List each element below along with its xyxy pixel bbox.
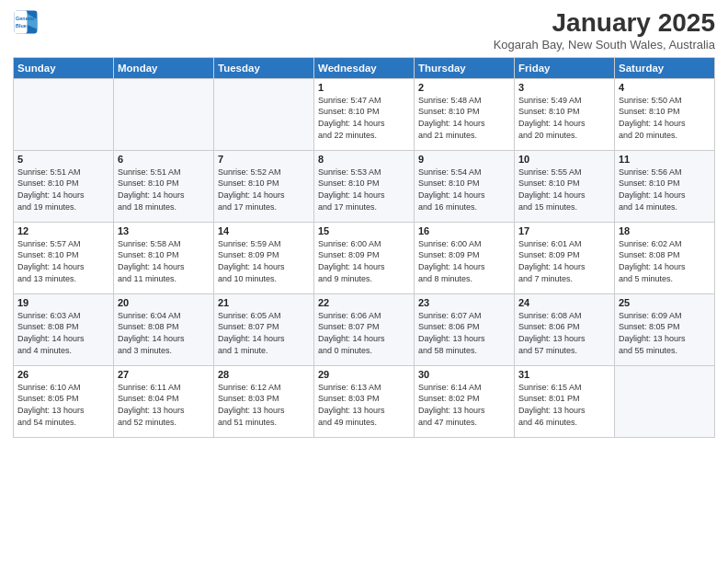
day-info: Sunrise: 6:02 AM Sunset: 8:08 PM Dayligh… [619,238,711,284]
day-info: Sunrise: 6:04 AM Sunset: 8:08 PM Dayligh… [118,310,210,356]
col-saturday: Saturday [615,57,715,78]
day-info: Sunrise: 5:51 AM Sunset: 8:10 PM Dayligh… [118,167,210,213]
day-cell-2-0: 12Sunrise: 5:57 AM Sunset: 8:10 PM Dayli… [14,222,114,293]
day-info: Sunrise: 5:49 AM Sunset: 8:10 PM Dayligh… [518,95,610,141]
day-info: Sunrise: 6:06 AM Sunset: 8:07 PM Dayligh… [318,310,410,356]
day-info: Sunrise: 5:52 AM Sunset: 8:10 PM Dayligh… [218,167,310,213]
day-info: Sunrise: 5:53 AM Sunset: 8:10 PM Dayligh… [318,167,410,213]
day-number: 4 [619,82,711,93]
day-cell-3-6: 25Sunrise: 6:09 AM Sunset: 8:05 PM Dayli… [615,293,715,365]
day-cell-4-0: 26Sunrise: 6:10 AM Sunset: 8:05 PM Dayli… [14,365,114,437]
col-monday: Monday [114,57,214,78]
day-number: 18 [619,225,711,236]
col-friday: Friday [515,57,615,78]
day-info: Sunrise: 6:10 AM Sunset: 8:05 PM Dayligh… [17,382,109,428]
day-cell-3-4: 23Sunrise: 6:07 AM Sunset: 8:06 PM Dayli… [415,293,515,365]
day-info: Sunrise: 5:51 AM Sunset: 8:10 PM Dayligh… [17,167,109,213]
col-sunday: Sunday [14,57,114,78]
day-cell-1-0: 5Sunrise: 5:51 AM Sunset: 8:10 PM Daylig… [14,150,114,222]
day-info: Sunrise: 6:00 AM Sunset: 8:09 PM Dayligh… [318,238,410,284]
day-cell-3-0: 19Sunrise: 6:03 AM Sunset: 8:08 PM Dayli… [14,293,114,365]
day-info: Sunrise: 6:09 AM Sunset: 8:05 PM Dayligh… [619,310,711,356]
day-number: 19 [17,297,109,308]
day-cell-3-1: 20Sunrise: 6:04 AM Sunset: 8:08 PM Dayli… [114,293,214,365]
day-cell-1-6: 11Sunrise: 5:56 AM Sunset: 8:10 PM Dayli… [615,150,715,222]
day-info: Sunrise: 5:58 AM Sunset: 8:10 PM Dayligh… [118,238,210,284]
day-cell-3-2: 21Sunrise: 6:05 AM Sunset: 8:07 PM Dayli… [214,293,314,365]
day-number: 30 [418,369,510,380]
day-number: 6 [118,154,210,165]
day-cell-4-4: 30Sunrise: 6:14 AM Sunset: 8:02 PM Dayli… [415,365,515,437]
day-cell-0-5: 3Sunrise: 5:49 AM Sunset: 8:10 PM Daylig… [515,78,615,150]
day-cell-0-0 [14,78,114,150]
day-info: Sunrise: 6:03 AM Sunset: 8:08 PM Dayligh… [17,310,109,356]
day-cell-4-1: 27Sunrise: 6:11 AM Sunset: 8:04 PM Dayli… [114,365,214,437]
day-info: Sunrise: 6:08 AM Sunset: 8:06 PM Dayligh… [518,310,610,356]
day-info: Sunrise: 6:05 AM Sunset: 8:07 PM Dayligh… [218,310,310,356]
day-info: Sunrise: 5:54 AM Sunset: 8:10 PM Dayligh… [418,167,510,213]
day-info: Sunrise: 6:14 AM Sunset: 8:02 PM Dayligh… [418,382,510,428]
day-info: Sunrise: 5:55 AM Sunset: 8:10 PM Dayligh… [518,167,610,213]
week-row-3: 12Sunrise: 5:57 AM Sunset: 8:10 PM Dayli… [14,222,715,293]
day-info: Sunrise: 6:07 AM Sunset: 8:06 PM Dayligh… [418,310,510,356]
day-number: 29 [318,369,410,380]
day-number: 22 [318,297,410,308]
day-number: 10 [518,154,610,165]
day-info: Sunrise: 6:15 AM Sunset: 8:01 PM Dayligh… [518,382,610,428]
day-cell-2-1: 13Sunrise: 5:58 AM Sunset: 8:10 PM Dayli… [114,222,214,293]
week-row-1: 1Sunrise: 5:47 AM Sunset: 8:10 PM Daylig… [14,78,715,150]
svg-text:Blue: Blue [16,23,27,29]
day-number: 3 [518,82,610,93]
logo: General Blue [13,9,39,35]
day-cell-1-5: 10Sunrise: 5:55 AM Sunset: 8:10 PM Dayli… [515,150,615,222]
day-number: 2 [418,82,510,93]
day-number: 1 [318,82,410,93]
day-number: 7 [218,154,310,165]
day-cell-2-5: 17Sunrise: 6:01 AM Sunset: 8:09 PM Dayli… [515,222,615,293]
day-number: 28 [218,369,310,380]
day-number: 17 [518,225,610,236]
day-cell-0-1 [114,78,214,150]
day-number: 20 [118,297,210,308]
day-cell-1-3: 8Sunrise: 5:53 AM Sunset: 8:10 PM Daylig… [314,150,415,222]
day-cell-4-6 [615,365,715,437]
day-number: 25 [619,297,711,308]
col-tuesday: Tuesday [214,57,314,78]
day-info: Sunrise: 6:00 AM Sunset: 8:09 PM Dayligh… [418,238,510,284]
day-number: 27 [118,369,210,380]
day-cell-3-5: 24Sunrise: 6:08 AM Sunset: 8:06 PM Dayli… [515,293,615,365]
day-number: 9 [418,154,510,165]
day-number: 26 [17,369,109,380]
day-info: Sunrise: 6:11 AM Sunset: 8:04 PM Dayligh… [118,382,210,428]
day-info: Sunrise: 5:50 AM Sunset: 8:10 PM Dayligh… [619,95,711,141]
day-cell-4-2: 28Sunrise: 6:12 AM Sunset: 8:03 PM Dayli… [214,365,314,437]
day-number: 24 [518,297,610,308]
day-info: Sunrise: 5:59 AM Sunset: 8:09 PM Dayligh… [218,238,310,284]
col-thursday: Thursday [415,57,515,78]
title-block: January 2025 Kogarah Bay, New South Wale… [494,9,715,52]
day-number: 8 [318,154,410,165]
day-cell-1-1: 6Sunrise: 5:51 AM Sunset: 8:10 PM Daylig… [114,150,214,222]
day-number: 12 [17,225,109,236]
day-info: Sunrise: 5:48 AM Sunset: 8:10 PM Dayligh… [418,95,510,141]
week-row-5: 26Sunrise: 6:10 AM Sunset: 8:05 PM Dayli… [14,365,715,437]
week-row-4: 19Sunrise: 6:03 AM Sunset: 8:08 PM Dayli… [14,293,715,365]
day-number: 11 [619,154,711,165]
day-cell-2-2: 14Sunrise: 5:59 AM Sunset: 8:09 PM Dayli… [214,222,314,293]
day-cell-4-3: 29Sunrise: 6:13 AM Sunset: 8:03 PM Dayli… [314,365,415,437]
month-title: January 2025 [494,9,715,38]
calendar-page: General Blue January 2025 Kogarah Bay, N… [0,0,728,563]
day-number: 31 [518,369,610,380]
day-number: 13 [118,225,210,236]
col-wednesday: Wednesday [314,57,415,78]
calendar-table: Sunday Monday Tuesday Wednesday Thursday… [13,57,715,438]
day-cell-0-2 [214,78,314,150]
day-info: Sunrise: 6:13 AM Sunset: 8:03 PM Dayligh… [318,382,410,428]
page-header: General Blue January 2025 Kogarah Bay, N… [13,9,715,52]
day-info: Sunrise: 6:01 AM Sunset: 8:09 PM Dayligh… [518,238,610,284]
calendar-header-row: Sunday Monday Tuesday Wednesday Thursday… [14,57,715,78]
day-info: Sunrise: 5:57 AM Sunset: 8:10 PM Dayligh… [17,238,109,284]
logo-icon: General Blue [13,9,39,35]
day-number: 5 [17,154,109,165]
day-number: 14 [218,225,310,236]
